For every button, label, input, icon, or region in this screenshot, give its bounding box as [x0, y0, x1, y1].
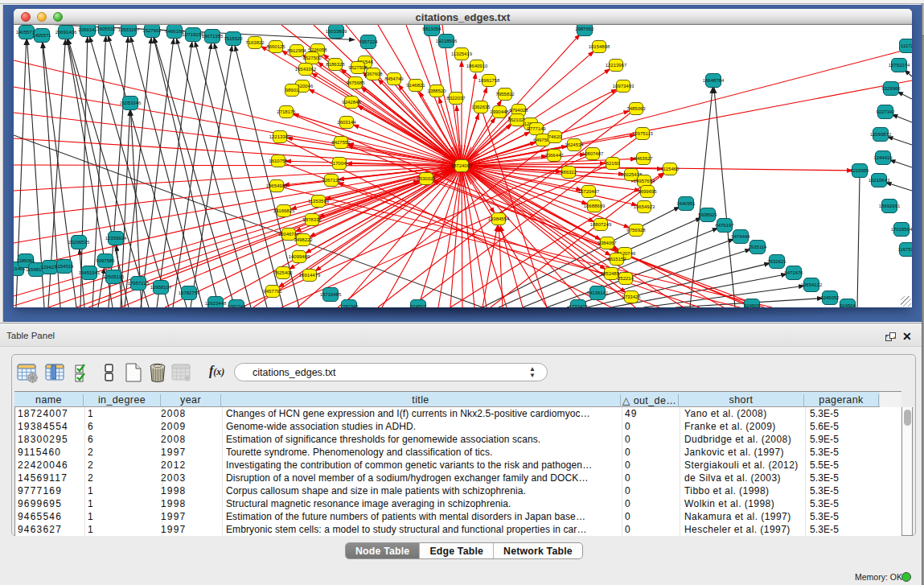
svg-text:5938923: 5938923	[698, 212, 717, 217]
svg-text:3498222: 3498222	[294, 237, 313, 242]
svg-text:11172: 11172	[901, 43, 912, 48]
svg-text:8427552: 8427552	[331, 140, 351, 145]
svg-text:2987652: 2987652	[575, 27, 594, 31]
svg-text:9097585: 9097585	[96, 258, 115, 263]
svg-text:9146821: 9146821	[406, 83, 425, 88]
svg-text:924507: 924507	[410, 304, 427, 307]
svg-text:14957694: 14957694	[634, 179, 655, 183]
svg-text:1610755: 1610755	[269, 159, 288, 163]
svg-text:6479197: 6479197	[715, 223, 734, 228]
svg-text:8322037: 8322037	[446, 96, 466, 101]
svg-text:10553267: 10553267	[118, 27, 140, 32]
svg-text:18724007: 18724007	[451, 163, 473, 168]
svg-text:16033809: 16033809	[326, 29, 347, 34]
svg-text:12359924: 12359924	[105, 236, 127, 241]
svg-text:7163822: 7163822	[245, 40, 265, 45]
svg-text:1292345: 1292345	[339, 304, 359, 307]
svg-text:9527508: 9527508	[348, 65, 368, 70]
svg-text:1154519: 1154519	[55, 264, 75, 269]
svg-text:20691406: 20691406	[55, 30, 77, 35]
svg-text:12923448: 12923448	[205, 301, 227, 306]
svg-text:252214: 252214	[618, 276, 634, 281]
svg-text:16671355: 16671355	[202, 34, 224, 39]
svg-text:10958107: 10958107	[150, 285, 172, 290]
svg-text:9463627: 9463627	[634, 156, 653, 161]
svg-text:1640951: 1640951	[676, 201, 696, 206]
svg-text:8813054: 8813054	[422, 27, 441, 31]
svg-text:924504: 924504	[840, 303, 856, 307]
svg-text:10973493: 10973493	[613, 84, 634, 89]
svg-text:16543362: 16543362	[295, 67, 317, 72]
svg-text:8454749: 8454749	[384, 76, 404, 81]
svg-text:98901: 98901	[285, 88, 299, 93]
svg-text:14099489: 14099489	[289, 254, 310, 259]
svg-text:12213967: 12213967	[606, 63, 627, 68]
svg-text:12213389: 12213389	[269, 134, 291, 139]
svg-text:10654122: 10654122	[801, 282, 823, 287]
svg-text:486322: 486322	[561, 170, 577, 175]
svg-text:2367608: 2367608	[363, 72, 383, 76]
svg-text:9115460: 9115460	[661, 167, 680, 171]
svg-text:9227342: 9227342	[876, 109, 895, 114]
svg-text:16782759: 16782759	[179, 290, 200, 295]
svg-text:11353594: 11353594	[308, 199, 330, 204]
svg-text:15751074: 15751074	[889, 63, 910, 68]
svg-text:9756928: 9756928	[626, 228, 646, 233]
svg-text:9457791: 9457791	[263, 289, 282, 294]
svg-text:9384067: 9384067	[598, 241, 617, 245]
svg-text:3215955: 3215955	[850, 168, 869, 173]
svg-text:6794028: 6794028	[509, 108, 528, 113]
svg-text:62160: 62160	[606, 161, 620, 166]
svg-text:19384554: 19384554	[488, 216, 510, 221]
svg-text:7625402: 7625402	[273, 270, 293, 275]
svg-text:1990448: 1990448	[490, 109, 509, 114]
svg-text:12505115: 12505115	[103, 274, 125, 279]
svg-text:3267130: 3267130	[322, 178, 341, 183]
svg-text:14136141: 14136141	[587, 290, 609, 295]
svg-text:8471676: 8471676	[784, 270, 803, 275]
svg-text:16648784: 16648784	[703, 78, 725, 83]
svg-text:9699695: 9699695	[638, 189, 657, 194]
svg-text:18807249: 18807249	[590, 222, 612, 227]
svg-text:15692991: 15692991	[879, 204, 901, 208]
svg-text:9527500: 9527500	[302, 56, 322, 60]
svg-text:9329966: 9329966	[881, 86, 901, 91]
svg-text:1092344: 1092344	[227, 304, 246, 307]
svg-text:9245052: 9245052	[820, 295, 840, 300]
svg-text:10688609: 10688609	[584, 204, 606, 208]
svg-text:12093872: 12093872	[870, 132, 892, 137]
svg-text:21053346: 21053346	[120, 101, 142, 105]
svg-text:1624534: 1624534	[565, 142, 584, 147]
svg-text:20206535: 20206535	[68, 240, 90, 245]
svg-text:17957225: 17957225	[128, 281, 150, 286]
svg-text:7485063: 7485063	[626, 106, 646, 111]
svg-text:1527602: 1527602	[142, 28, 162, 33]
svg-text:8912954: 8912954	[287, 48, 306, 53]
svg-text:2366447: 2366447	[544, 153, 564, 158]
svg-text:12975115: 12975115	[632, 131, 654, 136]
svg-text:9777149: 9777149	[527, 126, 546, 131]
svg-text:7957224: 7957224	[359, 39, 378, 44]
svg-text:1167534: 1167534	[898, 247, 912, 252]
svg-text:3675685: 3675685	[346, 80, 365, 85]
svg-text:1388520: 1388520	[427, 89, 446, 93]
svg-text:19654985: 19654985	[266, 183, 288, 188]
svg-text:10807487: 10807487	[582, 151, 604, 156]
svg-text:16961758: 16961758	[478, 78, 500, 83]
svg-text:1405571: 1405571	[32, 33, 51, 38]
svg-text:1733426: 1733426	[622, 295, 641, 299]
svg-text:11325419: 11325419	[451, 51, 473, 56]
svg-text:16914479: 16914479	[299, 273, 321, 278]
svg-text:8660125: 8660125	[266, 44, 285, 49]
svg-text:1244419: 1244419	[873, 155, 893, 160]
svg-text:924505: 924505	[744, 303, 761, 307]
svg-text:5878332: 5878332	[302, 217, 322, 222]
svg-text:19218506: 19218506	[436, 39, 458, 43]
svg-text:74620: 74620	[548, 134, 562, 139]
svg-text:9474444: 9474444	[731, 234, 750, 239]
svg-text:15451941: 15451941	[79, 270, 101, 275]
svg-text:7515520: 7515520	[224, 36, 243, 41]
svg-text:1615152: 1615152	[607, 257, 626, 262]
svg-text:10154808: 10154808	[589, 44, 610, 49]
svg-text:2530023: 2530023	[417, 176, 436, 181]
